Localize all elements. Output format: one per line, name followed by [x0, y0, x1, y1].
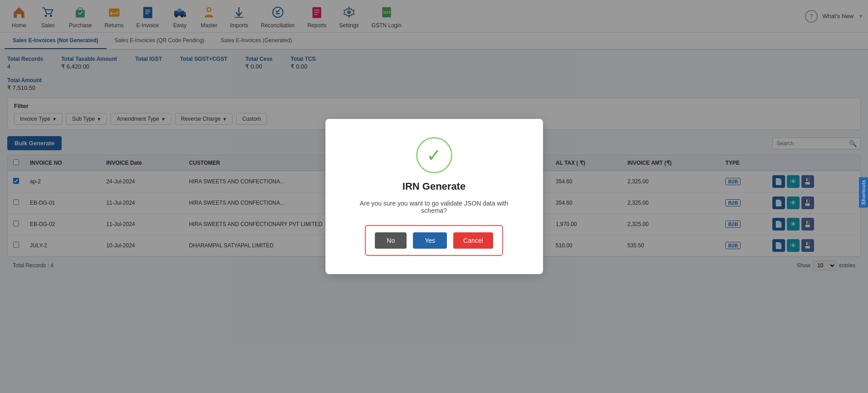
modal-cancel-button[interactable]: Cancel	[453, 232, 493, 249]
modal-no-button[interactable]: No	[375, 232, 407, 249]
shortcuts-sidebar[interactable]: Shortcuts	[859, 177, 868, 207]
modal-body: Are you sure you want to go validate JSO…	[348, 200, 520, 214]
success-check-icon: ✓	[416, 137, 452, 173]
modal-yes-button[interactable]: Yes	[413, 232, 447, 249]
modal-title: IRN Generate	[402, 181, 466, 192]
irn-generate-modal: ✓ IRN Generate Are you sure you want to …	[325, 119, 543, 274]
shortcuts-label[interactable]: Shortcuts	[859, 177, 868, 207]
modal-buttons: No Yes Cancel	[365, 225, 503, 256]
modal-overlay: ✓ IRN Generate Are you sure you want to …	[0, 0, 868, 280]
